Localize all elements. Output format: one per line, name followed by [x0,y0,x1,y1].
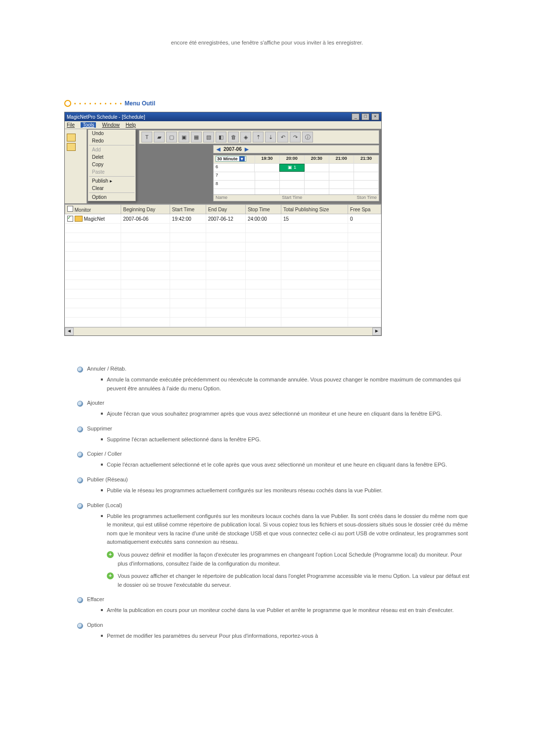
table-row[interactable] [65,299,381,308]
menubar: File Tools Window Help [65,121,381,129]
col-free[interactable]: Free Spa [348,205,381,214]
epg-footer: Name Start Time Ston Time [213,194,379,201]
menu-item-redo[interactable]: Redo [88,137,135,144]
doc-item-title: Ajouter [87,400,104,406]
table-row[interactable] [65,308,381,318]
scroll-left-icon[interactable]: ◄ [65,328,74,335]
chevron-down-icon[interactable]: ▾ [239,156,245,161]
close-icon[interactable]: × [371,113,379,120]
scroll-right-icon[interactable]: ► [372,328,381,335]
square-bullet-icon [101,413,103,415]
table-row[interactable]: MagicNet 2007-06-06 19:42:00 2007-06-12 … [65,214,381,224]
schedule-block[interactable]: ▣ 1 [279,164,305,172]
interval-select[interactable]: 30 Minute▾ [214,155,255,163]
tree-folder-icon[interactable] [67,134,76,142]
col-monitor[interactable]: Monitor [65,205,121,214]
tb-icon[interactable]: ▦ [191,132,202,142]
tb-icon[interactable]: ▧ [203,132,214,142]
monitor-icon [75,216,83,222]
lead-dot-icon [64,100,71,107]
menu-tools[interactable]: Tools [81,122,96,128]
table-row[interactable] [65,280,381,289]
bullet-icon [77,477,83,483]
titlebar: MagicNetPro Schedule - [Schedule] _ □ × [65,112,381,121]
tb-icon[interactable]: ▰ [154,132,165,142]
doc-item-title: Effacer [87,596,104,602]
menu-window[interactable]: Window [102,122,120,128]
doc-item-desc: Annule la commande exécutée précédemment… [101,376,470,393]
epg-grid[interactable]: 30 Minute▾ 19:30 20:00 20:30 21:00 21:30… [213,155,379,198]
menu-item-copy[interactable]: Copy [88,161,135,168]
tb-undo-icon[interactable]: ↶ [277,132,288,142]
doc-item: Annuler / Rétab. [77,366,470,373]
col-stop[interactable]: Stop Time [245,205,281,214]
menu-item-option[interactable]: Option [88,193,135,201]
monitor-list: Monitor Beginning Day Start Time End Day… [65,203,381,335]
bullet-icon [77,452,83,458]
doc-item: Publier (Local) [77,502,470,509]
square-bullet-icon [101,438,103,440]
doc-item-desc: Supprime l'écran actuellement sélectionn… [101,435,470,444]
doc-item-desc: Publie via le réseau les programmes actu… [101,486,470,495]
col-start[interactable]: Start Time [170,205,206,214]
square-bullet-icon [101,378,103,380]
table-row[interactable] [65,252,381,261]
col-end[interactable]: End Day [206,205,245,214]
menu-item-add: Add [88,146,135,153]
col-begin[interactable]: Beginning Day [121,205,170,214]
next-month-icon[interactable]: ▶ [245,146,249,152]
intro-text: encore été enregistrées, une fenêtre s'a… [64,40,470,46]
table-row[interactable] [65,289,381,299]
tools-dropdown[interactable]: Undo Redo Add Delet Copy Paste Publish ▸… [88,129,136,201]
table-row[interactable] [65,271,381,280]
doc-item-title: Copier / Coller [87,451,122,457]
table-row[interactable] [65,318,381,327]
tb-icon[interactable]: ◈ [240,132,251,142]
tb-icon[interactable]: ▢ [166,132,177,142]
app-window: MagicNetPro Schedule - [Schedule] _ □ × … [64,112,382,336]
menu-help[interactable]: Help [126,122,136,128]
table-row[interactable] [65,242,381,252]
footer-start: Start Time [282,195,302,201]
checkbox-icon[interactable] [67,216,73,222]
checkbox-icon[interactable] [67,206,73,212]
prev-month-icon[interactable]: ◀ [217,146,221,152]
maximize-icon[interactable]: □ [361,113,369,120]
table-row[interactable] [65,224,381,233]
epg-row-label: 8 [214,181,255,189]
bullet-icon [77,623,83,629]
h-scrollbar[interactable]: ◄ ► [65,327,381,335]
tb-down-icon[interactable]: ⇣ [265,132,276,142]
month-label: 2007-06 [223,146,242,152]
tb-redo-icon[interactable]: ↷ [290,132,301,142]
menu-item-clear[interactable]: Clear [88,185,135,192]
bullet-icon [77,367,83,373]
menu-item-undo[interactable]: Undo [88,130,135,137]
doc-item-title: Annuler / Rétab. [87,366,127,372]
menu-item-publish[interactable]: Publish ▸ [88,177,135,185]
tb-info-icon[interactable]: ⓘ [302,132,313,142]
toolbar: T ▰ ▢ ▣ ▦ ▧ ◧ 🗑 ◈ ⇡ ⇣ ↶ ↷ ⓘ [139,130,379,144]
time-col: 21:00 [329,155,354,163]
tb-text-icon[interactable]: T [141,132,152,142]
tb-up-icon[interactable]: ⇡ [253,132,264,142]
menu-item-delete[interactable]: Delet [88,153,135,161]
tb-trash-icon[interactable]: 🗑 [228,132,239,142]
section-title: Menu Outil [125,100,155,107]
tb-icon[interactable]: ▣ [178,132,189,142]
doc-item: Ajouter [77,400,470,407]
doc-item: Publier (Réseau) [77,476,470,483]
tree-folder-icon[interactable] [67,143,76,151]
menu-file[interactable]: File [67,122,75,128]
bullet-icon [77,597,83,603]
doc-item-desc: Permet de modifier les paramètres du ser… [101,632,470,641]
col-size[interactable]: Total Publishing Size [281,205,348,214]
window-buttons[interactable]: _ □ × [351,113,379,120]
footer-name: Name [216,195,227,201]
minimize-icon[interactable]: _ [352,113,359,120]
doc-item-title: Publier (Local) [87,502,122,508]
table-row[interactable] [65,261,381,271]
doc-item-desc: Ajoute l'écran que vous souhaitez progra… [101,410,470,419]
tb-icon[interactable]: ◧ [216,132,226,142]
table-row[interactable] [65,233,381,242]
